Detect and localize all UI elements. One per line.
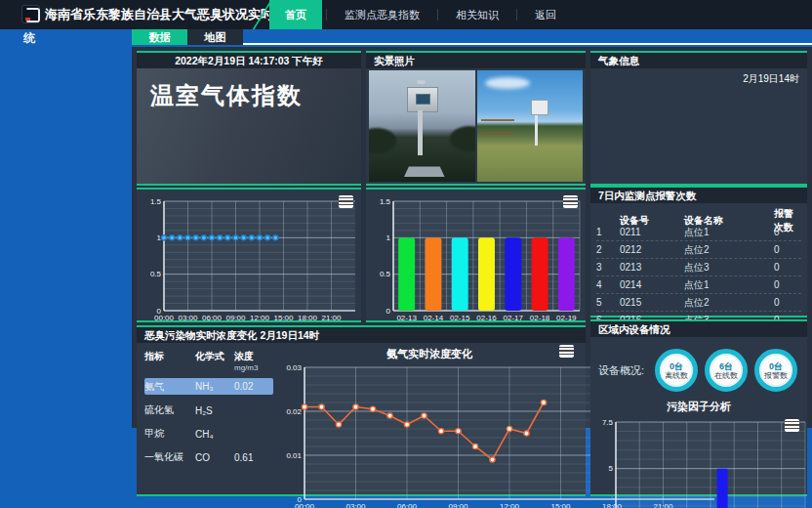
nav-divider [437,9,438,21]
pollution-factor-bar-chart: 02.557.5氨气硫化氢甲烷一氧化碳 [594,417,811,508]
pollutant-formula: CO [195,452,234,463]
pollutant-table: 指标化学式浓度mg/m3氨气NH₃0.02硫化氢H₂S甲烷CH₄一氧化碳CO0.… [144,347,273,469]
greenhouse-index-title: 温室气体指数 [137,68,361,111]
app-title-overflow: 统 [23,30,35,47]
pollutant-value: 0.02 [234,381,273,392]
pollutant-row[interactable]: 甲烷CH₄ [144,422,273,445]
station-pole [535,112,538,146]
column-header: 设备号 [620,214,684,228]
alarm-table-header: 设备号设备名称报警次数 [596,207,801,224]
device-name: 点位2 [684,296,774,310]
device-no: 0212 [620,244,684,255]
nav-item-knowledge[interactable]: 相关知识 [442,0,512,29]
panel-devices: 区域内设备情况 设备概况: 0台 离线数 6台 在线数 0台 报警数 污染因子分… [590,319,807,496]
svg-text:06:00: 06:00 [202,314,223,322]
station-photo-dusk [369,70,475,182]
chart-menu-icon[interactable] [785,419,799,432]
station-pole [418,110,423,155]
alarm-table-row: 40214点位10 [596,276,801,294]
svg-text:5: 5 [609,464,614,473]
panel-greeting: 2022年2月19日 14:17:03 下午好 温室气体指数 [137,51,361,186]
nav-item-odor-index[interactable]: 监测点恶臭指数 [331,0,433,29]
device-no: 0214 [620,279,684,290]
nav-divider [516,9,517,21]
top-header: 海南省乐东黎族自治县大气恶臭状况实时发布系 首页 监测点恶臭指数 相关知识 返回 [0,0,812,29]
svg-text:1.5: 1.5 [380,197,391,206]
pollutant-name: 甲烷 [144,427,195,441]
panel-pollutants: 恶臭污染物实时浓度变化 2月19日14时 指标化学式浓度mg/m3氨气NH₃0.… [137,325,586,496]
pollutant-row[interactable]: 一氧化碳CO0.61 [144,445,273,469]
alarm-count: 0 [774,244,801,255]
svg-text:12:00: 12:00 [500,502,520,508]
device-overview-label: 设备概况: [594,363,655,378]
device-no: 0215 [620,297,684,308]
pollutant-formula: CH₄ [195,429,234,440]
pollutant-panel-title: 恶臭污染物实时浓度变化 2月19日14时 [137,327,586,343]
row-index: 3 [596,262,620,273]
panel-daily-bar-chart: 00.511.502-1302-1402-1502-1602-1702-1802… [366,188,586,322]
alarm-count: 0 [774,297,801,308]
svg-text:0.01: 0.01 [286,451,302,460]
svg-text:7.5: 7.5 [602,418,614,427]
svg-text:09:00: 09:00 [225,314,246,322]
nav-item-home[interactable]: 首页 [269,0,322,29]
svg-text:00:00: 00:00 [154,314,175,322]
chart-menu-icon[interactable] [339,195,353,208]
pollutant-table-header: 指标化学式浓度mg/m3 [144,347,273,375]
weather-panel-title: 气象信息 [590,53,807,68]
logo-red-mark [25,18,30,21]
svg-text:02-13: 02-13 [396,314,417,322]
svg-text:1: 1 [386,233,391,242]
svg-text:03:00: 03:00 [345,502,366,508]
panel-photos: 实景照片 [366,51,586,186]
alert-count-label: 报警数 [764,371,788,380]
pollutant-name: 氨气 [144,380,195,394]
fence-structure [481,119,514,135]
station-base [404,166,445,177]
pollutant-name: 硫化氢 [144,403,195,417]
station-antenna [417,80,426,84]
panel-greenhouse-chart: 00.511.500:0003:0006:0009:0012:0015:0018… [137,188,361,322]
panel-weather: 气象信息 2月19日14时 [590,51,807,186]
panel-alarm-table: 7日内监测点报警次数 设备号设备名称报警次数10211点位1020212点位20… [590,186,807,318]
datetime-text: 2022年2月19日 14:17:03 下午好 [137,53,361,68]
weather-date: 2月19日14时 [590,68,807,86]
cloud [485,77,530,89]
pollutant-row[interactable]: 氨气NH₃0.02 [144,378,273,395]
device-name: 点位2 [684,243,774,257]
column-header: 浓度mg/m3 [234,350,273,372]
svg-text:02-15: 02-15 [450,314,470,322]
svg-text:03:00: 03:00 [178,314,198,322]
column-header: 化学式 [195,350,234,363]
svg-text:0.5: 0.5 [150,270,162,278]
device-no: 0213 [620,262,684,273]
row-index: 5 [596,297,620,308]
offline-count-value: 0台 [670,361,683,371]
nav-item-back[interactable]: 返回 [521,0,570,29]
photos-panel-title: 实景照片 [366,53,586,68]
dashboard: 海南省乐东黎族自治县大气恶臭状况实时发布系 首页 监测点恶臭指数 相关知识 返回… [0,0,812,508]
svg-text:0.02: 0.02 [286,407,302,416]
alarm-table: 设备号设备名称报警次数10211点位1020212点位2030213点位3040… [590,203,807,329]
unit-label: mg/m3 [234,363,273,372]
monitor-station-box [531,100,548,115]
alert-count-value: 0台 [769,361,783,371]
svg-text:02-16: 02-16 [476,314,497,322]
chart-menu-icon[interactable] [563,195,578,208]
alarm-count: 0 [774,227,801,237]
row-index: 4 [596,279,620,290]
svg-text:00:00: 00:00 [295,502,315,508]
alarm-table-row: 20212点位20 [596,241,801,259]
tab-data[interactable]: 数据 [132,29,187,45]
chart-menu-icon[interactable] [559,345,574,358]
svg-text:1.5: 1.5 [150,197,162,206]
svg-text:0.5: 0.5 [380,270,391,278]
device-overview-row: 设备概况: 0台 离线数 6台 在线数 0台 报警数 [594,343,805,398]
tab-map[interactable]: 地图 [187,29,243,45]
tab-underline [243,43,812,45]
station-photo-field [477,70,584,182]
app-logo-icon [21,5,40,23]
pollutant-formula: H₂S [195,405,234,416]
online-count-badge: 6台 在线数 [705,349,748,392]
pollutant-row[interactable]: 硫化氢H₂S [144,399,273,422]
